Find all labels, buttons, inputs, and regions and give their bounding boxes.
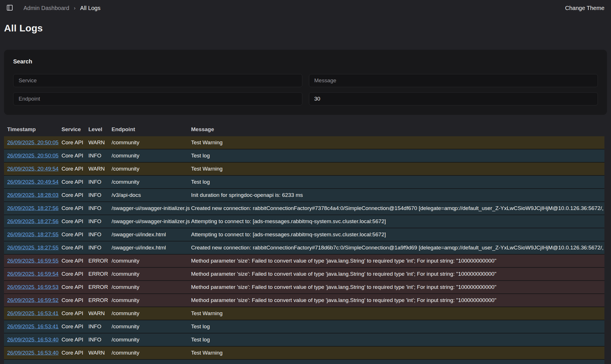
timestamp-link[interactable]: 26/09/2025, 16:53:40 [7,337,59,343]
table-row: 26/09/2025, 18:27:55 Core API INFO /swag… [4,241,604,255]
column-header-timestamp: Timestamp [7,126,62,133]
cell-endpoint: /community [112,258,191,264]
topbar: Admin Dashboard › All Logs Change Theme [0,0,611,16]
cell-endpoint: /community [112,310,191,317]
cell-message: Attempting to connect to: [ads-messages.… [191,231,604,238]
timestamp-link[interactable]: 26/09/2025, 18:27:56 [7,205,59,211]
timestamp-link[interactable]: 26/09/2025, 16:53:40 [7,350,59,356]
timestamp-link[interactable]: 26/09/2025, 18:27:55 [7,245,59,251]
cell-service: Core API [62,179,88,185]
table-row: 26/09/2025, 20:49:54 Core API WARN /comm… [4,163,604,176]
table-row: 26/09/2025, 20:50:05 Core API INFO /comm… [4,149,604,163]
breadcrumb-current: All Logs [80,5,100,11]
search-fields-grid [13,74,598,105]
cell-level: INFO [88,245,112,251]
search-card-title: Search [13,58,598,65]
message-filter-input[interactable] [309,74,598,87]
column-header-level: Level [88,126,112,133]
cell-level: ERROR [88,297,112,303]
cell-message: Test log [191,323,604,330]
table-row: 26/09/2025, 18:27:56 Core API INFO /swag… [4,202,604,215]
cell-level: WARN [88,310,112,317]
cell-message: Method parameter 'size': Failed to conve… [191,258,604,264]
cell-endpoint: /community [112,153,191,159]
timestamp-link[interactable]: 26/09/2025, 16:53:41 [7,323,59,329]
cell-endpoint: /community [112,179,191,185]
cell-endpoint: /community [112,350,191,356]
cell-service: Core API [62,245,88,251]
cell-message: Created new connection: rabbitConnection… [191,205,604,211]
cell-endpoint: /community [112,284,191,290]
cell-level: INFO [88,218,112,225]
panel-left-icon [6,4,13,12]
timestamp-link[interactable]: 26/09/2025, 16:59:55 [7,258,59,264]
cell-message: Method parameter 'size': Failed to conve… [191,271,604,277]
cell-service: Core API [62,139,88,146]
breadcrumb-separator-icon: › [74,5,76,11]
timestamp-link[interactable]: 26/09/2025, 20:49:54 [7,179,59,185]
cell-service: Core API [62,218,88,225]
log-table: Timestamp Service Level Endpoint Message… [4,123,604,364]
timestamp-link[interactable]: 26/09/2025, 18:28:03 [7,192,59,198]
cell-service: Core API [62,297,88,303]
table-row: 26/09/2025, 16:53:41 Core API INFO /comm… [4,320,604,333]
table-row: 26/09/2025, 16:59:52 Core API ERROR /com… [4,294,604,307]
cell-service: Core API [62,192,88,198]
limit-input[interactable] [309,92,598,105]
cell-endpoint: /community [112,297,191,303]
timestamp-link[interactable]: 26/09/2025, 16:59:54 [7,271,59,277]
cell-service: Core API [62,323,88,330]
cell-level: INFO [88,231,112,238]
cell-level: WARN [88,139,112,146]
cell-level: INFO [88,323,112,330]
cell-service: Core API [62,258,88,264]
timestamp-link[interactable]: 26/09/2025, 18:27:55 [7,231,59,237]
cell-service: Core API [62,205,88,211]
cell-level: WARN [88,166,112,172]
sidebar-toggle-button[interactable] [5,3,14,13]
table-row: 26/09/2025, 18:27:56 Core API INFO /swag… [4,215,604,228]
timestamp-link[interactable]: 26/09/2025, 18:27:56 [7,218,59,224]
timestamp-link[interactable]: 26/09/2025, 20:50:05 [7,139,59,145]
cell-endpoint: /swagger-ui/swagger-initializer.js [112,205,191,211]
endpoint-filter-input[interactable] [13,92,302,105]
column-header-service: Service [62,126,88,133]
cell-message: Method parameter 'size': Failed to conve… [191,284,604,290]
timestamp-link[interactable]: 26/09/2025, 20:49:54 [7,166,59,172]
cell-message: Test Warning [191,350,604,356]
cell-service: Core API [62,166,88,172]
cell-message: Test Warning [191,166,604,172]
table-row: 26/09/2025, 18:27:55 Core API INFO /swag… [4,228,604,241]
log-table-body: 26/09/2025, 20:50:05 Core API WARN /comm… [4,136,604,364]
cell-service: Core API [62,231,88,238]
table-row: 26/09/2025, 20:49:54 Core API INFO /comm… [4,176,604,189]
cell-message: Test log [191,153,604,159]
timestamp-link[interactable]: 26/09/2025, 16:59:52 [7,297,59,303]
timestamp-link[interactable]: 26/09/2025, 16:59:53 [7,284,59,290]
search-card: Search [4,50,607,115]
cell-level: ERROR [88,271,112,277]
cell-service: Core API [62,153,88,159]
cell-message: Test log [191,337,604,343]
table-row: 26/09/2025, 18:28:03 Core API INFO /v3/a… [4,189,604,202]
cell-message: Created new connection: rabbitConnection… [191,245,604,251]
cell-message: Init duration for springdoc-openapi is: … [191,192,604,198]
cell-level: WARN [88,350,112,356]
timestamp-link[interactable]: 26/09/2025, 20:50:05 [7,153,59,159]
timestamp-link[interactable]: 26/09/2025, 16:53:41 [7,310,59,316]
table-row: 26/09/2025, 16:53:40 Core API WARN /comm… [4,347,604,360]
breadcrumb-parent-link[interactable]: Admin Dashboard [23,5,69,11]
service-filter-input[interactable] [13,74,302,87]
table-row: 26/09/2025, 16:53:41 Core API WARN /comm… [4,307,604,320]
page-title: All Logs [4,22,611,34]
table-row: 26/09/2025, 20:50:05 Core API WARN /comm… [4,136,604,149]
cell-level: INFO [88,337,112,343]
cell-service: Core API [62,271,88,277]
cell-endpoint: /swagger-ui/index.html [112,245,191,251]
cell-level: INFO [88,153,112,159]
cell-message: Method parameter 'size': Failed to conve… [191,297,604,303]
cell-message: Test Warning [191,310,604,317]
cell-level: INFO [88,192,112,198]
change-theme-button[interactable]: Change Theme [565,5,605,11]
column-header-message: Message [191,126,604,133]
